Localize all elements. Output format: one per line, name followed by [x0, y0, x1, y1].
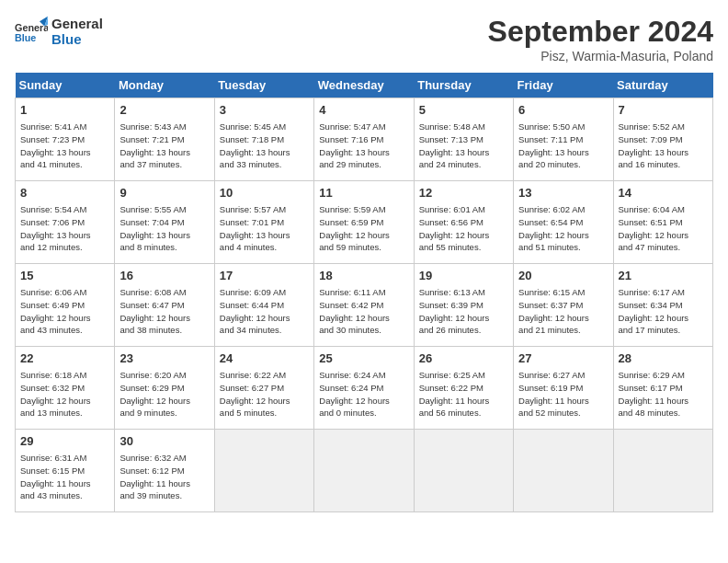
day-cell: 17Sunrise: 6:09 AM Sunset: 6:44 PM Dayli… — [214, 264, 313, 347]
day-number: 17 — [220, 268, 309, 284]
day-number: 3 — [220, 102, 309, 119]
day-detail: Sunrise: 5:54 AM Sunset: 7:06 PM Dayligh… — [20, 203, 109, 254]
day-cell: 22Sunrise: 6:18 AM Sunset: 6:32 PM Dayli… — [16, 347, 115, 430]
weekday-thursday: Thursday — [414, 73, 513, 98]
day-cell — [414, 430, 513, 512]
day-cell: 19Sunrise: 6:13 AM Sunset: 6:39 PM Dayli… — [414, 264, 513, 347]
day-cell: 11Sunrise: 5:59 AM Sunset: 6:59 PM Dayli… — [314, 181, 414, 264]
day-cell: 6Sunrise: 5:50 AM Sunset: 7:11 PM Daylig… — [514, 98, 613, 181]
weekday-header-row: SundayMondayTuesdayWednesdayThursdayFrid… — [16, 73, 713, 98]
day-cell: 4Sunrise: 5:47 AM Sunset: 7:16 PM Daylig… — [314, 98, 414, 181]
week-row-4: 22Sunrise: 6:18 AM Sunset: 6:32 PM Dayli… — [16, 347, 713, 430]
calendar-body: 1Sunrise: 5:41 AM Sunset: 7:23 PM Daylig… — [16, 98, 713, 512]
day-cell: 2Sunrise: 5:43 AM Sunset: 7:21 PM Daylig… — [115, 98, 214, 181]
week-row-3: 15Sunrise: 6:06 AM Sunset: 6:49 PM Dayli… — [16, 264, 713, 347]
day-cell — [314, 430, 414, 512]
day-cell: 12Sunrise: 6:01 AM Sunset: 6:56 PM Dayli… — [414, 181, 513, 264]
day-detail: Sunrise: 5:50 AM Sunset: 7:11 PM Dayligh… — [518, 121, 608, 171]
day-detail: Sunrise: 6:11 AM Sunset: 6:42 PM Dayligh… — [319, 286, 408, 337]
day-detail: Sunrise: 5:43 AM Sunset: 7:21 PM Dayligh… — [119, 121, 209, 171]
day-detail: Sunrise: 6:06 AM Sunset: 6:49 PM Dayligh… — [20, 286, 109, 337]
day-cell: 14Sunrise: 6:04 AM Sunset: 6:51 PM Dayli… — [613, 181, 712, 264]
day-detail: Sunrise: 6:15 AM Sunset: 6:37 PM Dayligh… — [518, 286, 608, 337]
day-number: 25 — [319, 350, 408, 367]
day-detail: Sunrise: 5:41 AM Sunset: 7:23 PM Dayligh… — [20, 121, 109, 171]
day-detail: Sunrise: 6:20 AM Sunset: 6:29 PM Dayligh… — [119, 369, 209, 419]
weekday-sunday: Sunday — [16, 73, 115, 98]
weekday-wednesday: Wednesday — [314, 73, 414, 98]
day-cell: 3Sunrise: 5:45 AM Sunset: 7:18 PM Daylig… — [214, 98, 313, 181]
day-detail: Sunrise: 6:31 AM Sunset: 6:15 PM Dayligh… — [20, 452, 109, 502]
weekday-friday: Friday — [514, 73, 613, 98]
day-cell — [613, 430, 712, 512]
day-cell: 5Sunrise: 5:48 AM Sunset: 7:13 PM Daylig… — [414, 98, 513, 181]
day-detail: Sunrise: 6:27 AM Sunset: 6:19 PM Dayligh… — [518, 369, 608, 419]
day-number: 8 — [20, 185, 109, 201]
day-number: 6 — [518, 102, 608, 119]
day-cell: 25Sunrise: 6:24 AM Sunset: 6:24 PM Dayli… — [314, 347, 414, 430]
week-row-1: 1Sunrise: 5:41 AM Sunset: 7:23 PM Daylig… — [16, 98, 713, 181]
day-detail: Sunrise: 6:24 AM Sunset: 6:24 PM Dayligh… — [319, 369, 408, 419]
day-detail: Sunrise: 5:45 AM Sunset: 7:18 PM Dayligh… — [220, 121, 309, 171]
day-cell — [214, 430, 313, 512]
day-number: 12 — [419, 185, 508, 201]
day-cell: 16Sunrise: 6:08 AM Sunset: 6:47 PM Dayli… — [115, 264, 214, 347]
day-detail: Sunrise: 6:18 AM Sunset: 6:32 PM Dayligh… — [20, 369, 109, 419]
day-number: 30 — [119, 433, 209, 450]
day-number: 22 — [20, 350, 109, 367]
day-number: 18 — [319, 268, 408, 284]
weekday-monday: Monday — [115, 73, 214, 98]
logo-line2: Blue — [51, 31, 103, 47]
week-row-5: 29Sunrise: 6:31 AM Sunset: 6:15 PM Dayli… — [16, 430, 713, 512]
day-detail: Sunrise: 6:01 AM Sunset: 6:56 PM Dayligh… — [419, 203, 508, 254]
day-detail: Sunrise: 6:09 AM Sunset: 6:44 PM Dayligh… — [220, 286, 309, 337]
svg-text:Blue: Blue — [15, 32, 36, 43]
day-cell: 15Sunrise: 6:06 AM Sunset: 6:49 PM Dayli… — [16, 264, 115, 347]
day-number: 19 — [419, 268, 508, 284]
day-number: 13 — [518, 185, 608, 201]
header: General Blue General Blue September 2024… — [15, 15, 713, 63]
day-number: 15 — [20, 268, 109, 284]
day-cell — [514, 430, 613, 512]
day-cell: 27Sunrise: 6:27 AM Sunset: 6:19 PM Dayli… — [514, 347, 613, 430]
day-cell: 13Sunrise: 6:02 AM Sunset: 6:54 PM Dayli… — [514, 181, 613, 264]
day-detail: Sunrise: 6:17 AM Sunset: 6:34 PM Dayligh… — [619, 286, 708, 337]
logo-line1: General — [51, 16, 103, 31]
day-number: 7 — [619, 102, 708, 119]
day-detail: Sunrise: 6:25 AM Sunset: 6:22 PM Dayligh… — [419, 369, 508, 419]
day-detail: Sunrise: 5:52 AM Sunset: 7:09 PM Dayligh… — [619, 121, 708, 171]
day-number: 16 — [119, 268, 209, 284]
day-cell: 23Sunrise: 6:20 AM Sunset: 6:29 PM Dayli… — [115, 347, 214, 430]
day-detail: Sunrise: 6:02 AM Sunset: 6:54 PM Dayligh… — [518, 203, 608, 254]
day-number: 11 — [319, 185, 408, 201]
day-detail: Sunrise: 5:48 AM Sunset: 7:13 PM Dayligh… — [419, 121, 508, 171]
day-detail: Sunrise: 5:47 AM Sunset: 7:16 PM Dayligh… — [319, 121, 408, 171]
title-area: September 2024 Pisz, Warmia-Masuria, Pol… — [488, 15, 713, 63]
day-detail: Sunrise: 5:57 AM Sunset: 7:01 PM Dayligh… — [220, 203, 309, 254]
day-detail: Sunrise: 6:08 AM Sunset: 6:47 PM Dayligh… — [119, 286, 209, 337]
day-number: 24 — [220, 350, 309, 367]
calendar-table: SundayMondayTuesdayWednesdayThursdayFrid… — [15, 73, 713, 512]
day-number: 20 — [518, 268, 608, 284]
day-number: 27 — [518, 350, 608, 367]
day-number: 28 — [619, 350, 708, 367]
day-number: 23 — [119, 350, 209, 367]
day-cell: 29Sunrise: 6:31 AM Sunset: 6:15 PM Dayli… — [16, 430, 115, 512]
day-cell: 26Sunrise: 6:25 AM Sunset: 6:22 PM Dayli… — [414, 347, 513, 430]
day-number: 1 — [20, 102, 109, 119]
day-cell: 10Sunrise: 5:57 AM Sunset: 7:01 PM Dayli… — [214, 181, 313, 264]
day-cell: 30Sunrise: 6:32 AM Sunset: 6:12 PM Dayli… — [115, 430, 214, 512]
day-number: 26 — [419, 350, 508, 367]
day-cell: 9Sunrise: 5:55 AM Sunset: 7:04 PM Daylig… — [115, 181, 214, 264]
day-cell: 28Sunrise: 6:29 AM Sunset: 6:17 PM Dayli… — [613, 347, 712, 430]
day-detail: Sunrise: 5:55 AM Sunset: 7:04 PM Dayligh… — [119, 203, 209, 254]
day-cell: 18Sunrise: 6:11 AM Sunset: 6:42 PM Dayli… — [314, 264, 414, 347]
day-detail: Sunrise: 6:29 AM Sunset: 6:17 PM Dayligh… — [619, 369, 708, 419]
day-number: 2 — [119, 102, 209, 119]
day-number: 10 — [220, 185, 309, 201]
day-number: 5 — [419, 102, 508, 119]
day-number: 9 — [119, 185, 209, 201]
day-detail: Sunrise: 6:13 AM Sunset: 6:39 PM Dayligh… — [419, 286, 508, 337]
logo: General Blue General Blue — [15, 15, 103, 48]
week-row-2: 8Sunrise: 5:54 AM Sunset: 7:06 PM Daylig… — [16, 181, 713, 264]
